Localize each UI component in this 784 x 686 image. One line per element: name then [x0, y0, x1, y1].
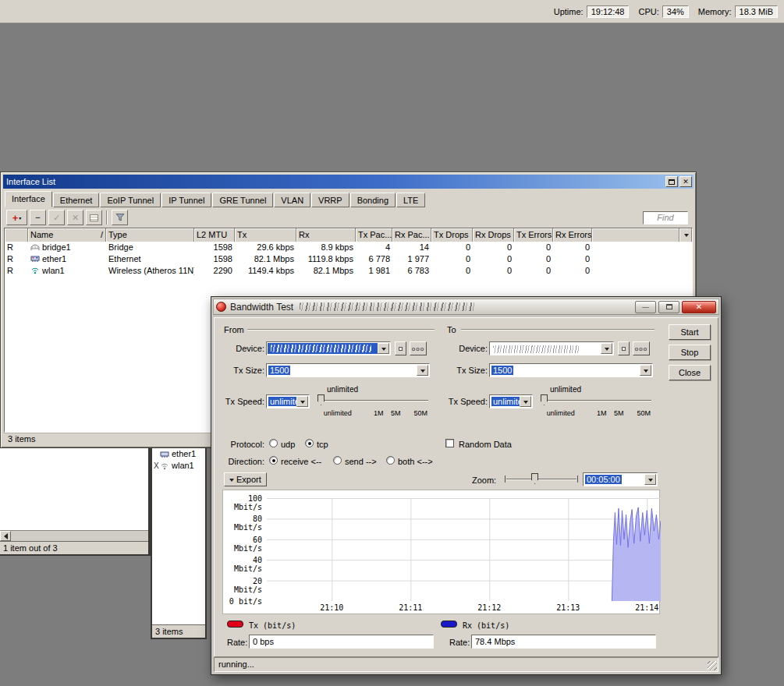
start-button[interactable]: Start [669, 324, 711, 340]
column-tx[interactable]: Tx [235, 228, 296, 242]
from-device-more-button[interactable]: ooo [410, 341, 427, 355]
filter-button[interactable] [112, 210, 128, 225]
enable-button[interactable]: ✓ [48, 210, 65, 225]
resize-grip[interactable] [708, 661, 717, 670]
from-device-extra-button[interactable] [395, 341, 406, 355]
list-item-ether1[interactable]: ether1 [152, 448, 205, 460]
tab-bonding[interactable]: Bonding [350, 193, 396, 207]
dropdown-caret-icon [229, 479, 234, 484]
combo-dropdown-button[interactable] [644, 474, 656, 485]
slider-track[interactable] [506, 479, 576, 479]
radio-receive[interactable] [269, 456, 278, 465]
column-type[interactable]: Type [106, 228, 194, 242]
tab-eoip-tunnel[interactable]: EoIP Tunnel [100, 193, 161, 207]
from-group-line [247, 329, 435, 331]
close-dialog-button[interactable]: Close [669, 365, 711, 380]
disable-button[interactable]: ✕ [67, 210, 83, 225]
scroll-left-button[interactable] [0, 531, 11, 541]
from-tx-size-combo[interactable]: 1500 [266, 363, 430, 377]
column-flags[interactable] [5, 228, 28, 242]
close-button[interactable]: ✕ [682, 301, 716, 313]
to-device-combo[interactable] [489, 341, 614, 355]
to-device-extra-button[interactable] [618, 341, 630, 355]
maximize-button[interactable] [665, 176, 678, 187]
radio-udp-label[interactable]: udp [281, 440, 295, 449]
to-tx-size-combo[interactable]: 1500 [489, 363, 653, 377]
column-tx-errors[interactable]: Tx Errors [514, 228, 553, 242]
tab-ethernet[interactable]: Ethernet [53, 193, 100, 207]
column-rx-packets[interactable]: Rx Pac... [392, 228, 431, 242]
find-input[interactable] [643, 211, 688, 225]
interface-list-titlebar[interactable]: Interface List ✕ [3, 175, 694, 189]
column-l2mtu[interactable]: L2 MTU [194, 228, 235, 242]
combo-dropdown-button[interactable] [417, 365, 428, 376]
export-button[interactable]: Export [224, 472, 267, 486]
remove-button[interactable]: − [30, 210, 46, 225]
interface-row-wlan1[interactable]: R wlan1 Wireless (Atheros 11N) 2290 1149… [5, 265, 692, 277]
radio-receive-label[interactable]: receive <-- [281, 458, 321, 466]
selected-device-highlight [268, 343, 378, 354]
radio-tcp-label[interactable]: tcp [317, 440, 328, 449]
list-item-wlan1[interactable]: X wlan1 [152, 460, 205, 472]
combo-dropdown-button[interactable] [601, 343, 612, 354]
random-data-label[interactable]: Random Data [459, 440, 512, 449]
column-name-label: Name [30, 230, 53, 242]
from-device-combo[interactable] [266, 341, 391, 355]
slider-thumb[interactable] [541, 394, 548, 405]
radio-tcp[interactable] [305, 439, 314, 447]
stop-button[interactable]: Stop [669, 345, 711, 360]
maximize-icon [666, 304, 672, 309]
from-tx-speed-combo[interactable]: unlimited [266, 394, 310, 408]
column-tx-packets[interactable]: Tx Pac... [356, 228, 392, 242]
column-menu-button[interactable] [679, 228, 692, 242]
y-tick-label: 100 Mbit/s [223, 494, 262, 511]
cell-name: ether1 [28, 253, 106, 265]
interface-name: ether1 [42, 254, 66, 263]
bandwidth-test-titlebar[interactable]: Bandwidth Test — ✕ [213, 299, 719, 315]
comment-button[interactable] [86, 210, 102, 225]
radio-udp[interactable] [269, 439, 278, 447]
slider-thumb[interactable] [531, 473, 538, 484]
slider-track[interactable] [541, 400, 651, 401]
zoom-value: 00:05:00 [585, 475, 622, 484]
chevron-down-icon [420, 370, 425, 375]
square-icon [399, 347, 403, 351]
radio-send-label[interactable]: send --> [345, 458, 377, 466]
tab-ip-tunnel[interactable]: IP Tunnel [161, 193, 211, 207]
to-tx-speed-slider[interactable] [539, 394, 653, 407]
tab-interface[interactable]: Interface [5, 191, 52, 207]
radio-both[interactable] [386, 456, 395, 465]
from-tx-speed-slider[interactable] [316, 394, 430, 407]
tab-gre-tunnel[interactable]: GRE Tunnel [212, 193, 273, 207]
slider-track[interactable] [318, 400, 428, 401]
maximize-button[interactable] [658, 301, 679, 313]
minimize-button[interactable]: — [635, 301, 656, 313]
combo-dropdown-button[interactable] [520, 396, 531, 407]
tab-vlan[interactable]: VLAN [274, 193, 310, 207]
check-icon: ✓ [53, 213, 60, 223]
column-rx-errors[interactable]: Rx Errors [553, 228, 592, 242]
close-button[interactable]: ✕ [679, 176, 692, 187]
tab-vrrp[interactable]: VRRP [311, 193, 349, 207]
add-button[interactable]: + ▾ [6, 210, 27, 225]
window-controls: — ✕ [633, 301, 716, 313]
tab-lte[interactable]: LTE [396, 193, 425, 207]
combo-dropdown-button[interactable] [296, 396, 308, 407]
combo-dropdown-button[interactable] [378, 343, 389, 354]
interface-row-ether1[interactable]: R ether1 Ethernet 1598 82.1 Mbps 1119.8 … [5, 253, 692, 265]
combo-dropdown-button[interactable] [640, 365, 651, 376]
zoom-slider[interactable] [505, 473, 578, 486]
horizontal-scrollbar[interactable] [0, 530, 148, 541]
radio-both-label[interactable]: both <--> [398, 458, 433, 466]
interface-row-bridge1[interactable]: R bridge1 Bridge 1598 29.6 kbps 8.9 kbps… [5, 242, 692, 253]
slider-thumb[interactable] [318, 394, 325, 405]
column-name[interactable]: Name / [28, 228, 106, 242]
random-data-checkbox[interactable] [445, 439, 454, 447]
to-tx-speed-combo[interactable]: unlimited [489, 394, 533, 408]
column-rx-drops[interactable]: Rx Drops [473, 228, 514, 242]
column-rx[interactable]: Rx [296, 228, 356, 242]
zoom-combo[interactable]: 00:05:00 [583, 472, 658, 486]
column-tx-drops[interactable]: Tx Drops [431, 228, 473, 242]
to-device-more-button[interactable]: ooo [633, 341, 650, 355]
radio-send[interactable] [333, 456, 342, 465]
